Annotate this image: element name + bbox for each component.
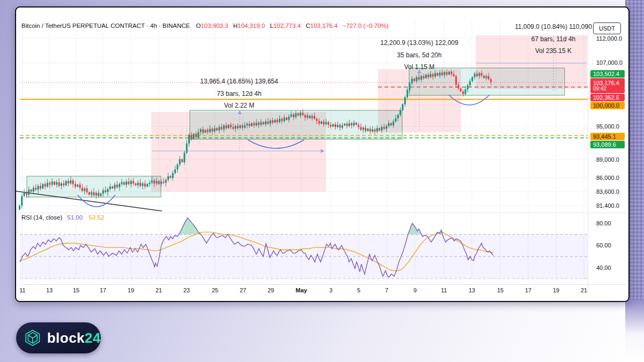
price-tick: 112,000.0	[596, 35, 622, 42]
price-badge: 93,089.6	[590, 141, 625, 148]
low-value: 102,773.4	[273, 22, 301, 29]
time-tick: 13	[469, 287, 475, 293]
time-tick: May	[295, 287, 307, 293]
background-texture-fade	[625, 300, 644, 362]
rsi-title: RSI (14, close)	[21, 214, 62, 221]
price-tick: 107,000.0	[596, 59, 623, 66]
time-tick: 11	[441, 287, 447, 293]
measurement-label[interactable]: 12,200.9 (13.03%) 122,00935 bars, 5d 20h…	[380, 37, 458, 73]
change-value: −727.0 (−0.70%)	[343, 22, 389, 29]
price-badge: 102,362.5	[590, 94, 625, 101]
price-axis-separator[interactable]	[588, 20, 588, 292]
price-badge: 103,176.409:42	[590, 78, 625, 93]
time-tick: 29	[268, 287, 274, 293]
measurement-line: 13,965.4 (16.65%) 139,654	[200, 76, 278, 88]
time-tick: 7	[385, 287, 388, 293]
price-badge: 100,000.0	[590, 102, 625, 109]
rsi-value: 51.00	[67, 214, 83, 221]
measurement-line: 11,009.0 (10.84%) 110,090	[515, 21, 592, 33]
measurement-line: Vol 235.15 K	[515, 45, 592, 57]
block24-logo: block24	[16, 322, 101, 353]
price-tick: 95,000.0	[596, 123, 619, 130]
time-tick: 3	[329, 287, 332, 293]
symbol-header: Bitcoin / TetherUS PERPETUAL CONTRACT · …	[21, 22, 389, 29]
rsi-indicator-label: RSI (14, close) 51.00 53.52	[21, 214, 104, 221]
time-tick: 5	[357, 287, 360, 293]
time-tick: 21	[581, 287, 587, 293]
time-tick: 27	[240, 287, 246, 293]
time-tick: 21	[156, 287, 162, 293]
time-tick: 19	[128, 287, 134, 293]
badge-countdown: 09:42	[593, 86, 625, 92]
time-tick: 23	[183, 287, 190, 293]
time-tick: 9	[413, 287, 417, 293]
block24-wordmark: block24	[47, 330, 101, 346]
measurement-line: Vol 1.15 M	[380, 61, 458, 73]
rsi-ma-value: 53.52	[88, 214, 104, 221]
measurement-line: 67 bars, 11d 4h	[515, 33, 592, 46]
price-badge: 103,502.4	[590, 70, 625, 78]
measurement-label[interactable]: 13,965.4 (16.65%) 139,65473 bars, 12d 4h…	[200, 76, 278, 112]
close-value: 103,176.4	[310, 22, 338, 29]
price-tick: 89,000.0	[596, 156, 619, 163]
high-value: 104,319.0	[238, 22, 265, 29]
time-tick: 15	[73, 287, 79, 293]
measurement-line: Vol 2.22 M	[200, 100, 278, 112]
time-tick: 13	[46, 287, 53, 293]
time-tick: 15	[497, 287, 504, 293]
price-tick: 81,400.0	[596, 202, 619, 209]
pane-divider[interactable]	[17, 213, 626, 213]
time-tick: 17	[525, 287, 531, 293]
time-tick: 17	[100, 287, 106, 293]
price-tick: 40.00	[596, 265, 611, 271]
high-label: H	[233, 22, 238, 29]
time-tick: 19	[553, 287, 559, 293]
price-tick: 80.00	[596, 220, 611, 227]
price-tick: 83,600.0	[596, 188, 619, 195]
price-badge: 93,445.1	[590, 133, 625, 140]
time-tick: 11	[19, 287, 25, 293]
block24-hexagon-icon	[24, 328, 42, 348]
measurement-label[interactable]: 11,009.0 (10.84%) 110,09067 bars, 11d 4h…	[515, 21, 592, 57]
close-label: C	[306, 22, 310, 29]
price-tick: 60.00	[596, 242, 611, 248]
time-tick: 25	[212, 287, 218, 293]
measurement-line: 73 bars, 12d 4h	[200, 88, 278, 100]
time-axis-separator[interactable]	[17, 284, 626, 285]
measurement-line: 35 bars, 5d 20h	[380, 49, 458, 62]
symbol-title: Bitcoin / TetherUS PERPETUAL CONTRACT · …	[21, 22, 190, 29]
open-value: 103,903.3	[201, 22, 228, 29]
price-tick: 86,000.0	[596, 175, 619, 181]
measurement-line: 12,200.9 (13.03%) 122,009	[380, 37, 458, 49]
currency-button[interactable]: USDT	[593, 22, 621, 34]
